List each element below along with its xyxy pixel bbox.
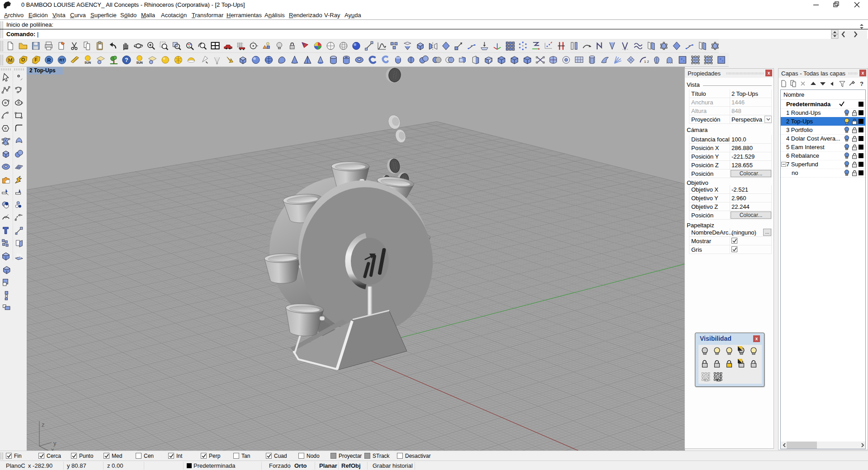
svg-text:y: y bbox=[53, 440, 57, 446]
svg-text:x: x bbox=[51, 446, 54, 451]
svg-text:?: ? bbox=[860, 80, 863, 87]
svg-text:z: z bbox=[42, 421, 45, 428]
